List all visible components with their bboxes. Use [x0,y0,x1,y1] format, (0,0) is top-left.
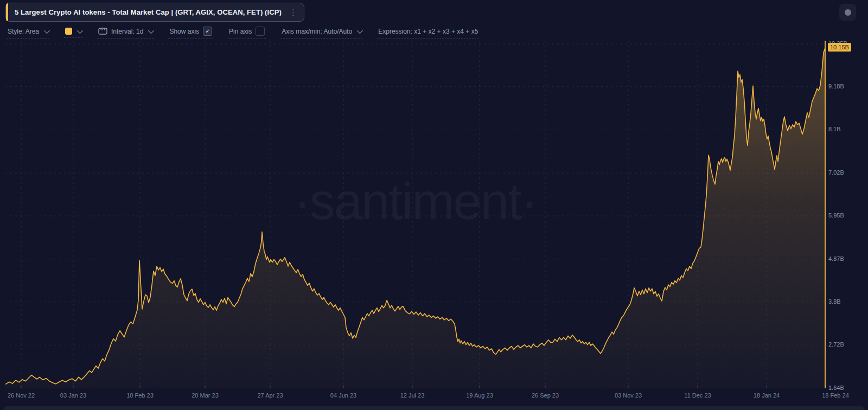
y-axis-line [825,41,826,388]
style-select-label: Style: Area [8,28,39,35]
chevron-down-icon [44,27,50,33]
x-axis-tick-label: 04 Jun 23 [330,392,356,399]
y-axis-tick-label: 5.95B [828,212,844,219]
chart-plot[interactable] [5,41,825,388]
chart-title: 5 Largest Crypto AI tokens - Total Marke… [15,8,282,16]
interval-select[interactable]: Interval: 1d [97,25,154,39]
show-axis-checkbox[interactable]: ✓ [203,27,212,36]
pin-axis-toggle[interactable]: Pin axis [228,25,266,39]
x-axis-tick-label: 10 Feb 23 [126,392,154,399]
chevron-down-icon [77,27,83,33]
chevron-down-icon [357,27,363,33]
show-axis-toggle[interactable]: Show axis ✓ [168,25,213,39]
chart-title-card[interactable]: 5 Largest Crypto AI tokens - Total Marke… [5,3,304,22]
dot-icon [845,9,851,16]
x-axis-tick-label: 12 Jul 23 [400,392,425,399]
kebab-menu-icon[interactable]: ⋮ [289,8,297,16]
pin-axis-checkbox[interactable] [256,27,265,36]
y-axis-tick-label: 8.1B [828,126,841,132]
color-swatch-icon [65,28,72,35]
x-axis-tick-label: 03 Jan 23 [60,392,86,399]
expression-control[interactable]: Expression: x1 + x2 + x3 + x4 + x5 [377,26,479,39]
axis-maxmin-label: Axis max/min: Auto/Auto [282,28,352,35]
market-cap-area-fill [5,48,825,388]
x-axis-tick-label: 18 Feb 24 [822,392,849,399]
x-axis-tick-label: 27 Apr 23 [257,392,283,399]
expression-label: Expression: x1 + x2 + x3 + x4 + x5 [378,28,478,35]
title-accent-bar [6,3,8,21]
y-axis-tick-label: 9.18B [828,83,844,89]
last-value-badge: 10.15B [828,43,851,52]
y-axis-tick-label: 2.72B [828,341,844,348]
x-axis-tick-label: 11 Dec 23 [684,392,711,399]
chevron-down-icon [148,27,154,33]
corner-dot-button[interactable] [839,4,856,21]
interval-select-label: Interval: 1d [111,28,143,35]
x-axis-tick-label: 20 Mar 23 [192,392,219,399]
x-axis-tick-label: 26 Sep 23 [532,392,559,399]
show-axis-label: Show axis [169,28,199,35]
x-axis-tick-label: 19 Aug 23 [466,392,493,399]
axis-maxmin-select[interactable]: Axis max/min: Auto/Auto [280,26,362,39]
y-axis-tick-label: 1.64B [828,385,844,391]
color-swatch-select[interactable] [64,26,82,38]
interval-icon [98,27,107,35]
chart-toolbar: Style: Area Interval: 1d Show axis ✓ Pin… [0,24,868,40]
y-axis-tick-label: 4.87B [828,255,844,262]
y-axis-tick-label: 7.02B [828,169,844,176]
x-axis-tick-label: 03 Nov 23 [615,392,642,399]
x-axis-tick-label: 18 Jan 24 [754,392,780,399]
santiment-chart-app: 5 Largest Crypto AI tokens - Total Marke… [0,0,868,410]
x-axis-tick-label: 26 Nov 22 [8,392,35,399]
y-axis-tick-label: 3.8B [828,298,841,305]
next-panel-edge [3,406,865,410]
style-select[interactable]: Style: Area [7,26,49,39]
pin-axis-label: Pin axis [229,28,252,35]
